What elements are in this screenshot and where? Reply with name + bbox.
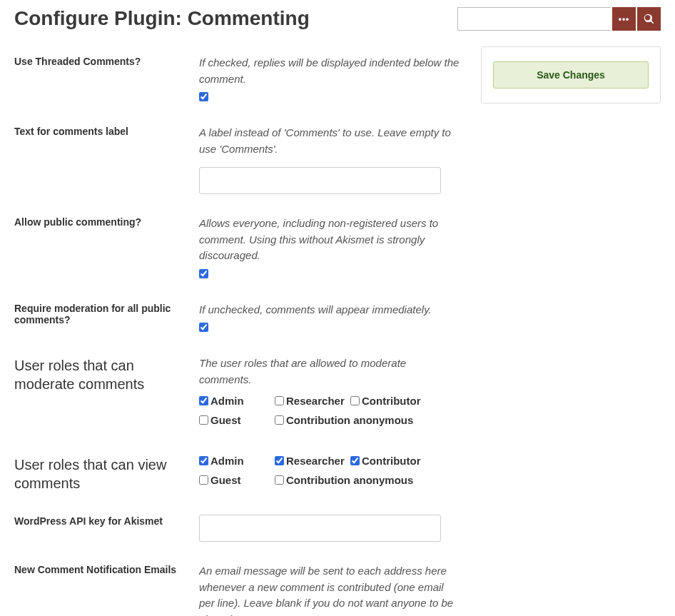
field-require-moderation: Require moderation for all public commen… bbox=[14, 302, 460, 335]
role-label: Contributor bbox=[362, 455, 420, 467]
hint-threaded: If checked, replies will be displayed in… bbox=[199, 55, 460, 87]
role-moderate-guest[interactable]: Guest bbox=[199, 414, 275, 426]
role-label: Contribution anonymous bbox=[286, 414, 413, 426]
role-label: Admin bbox=[210, 455, 244, 467]
checkbox-role[interactable] bbox=[199, 475, 208, 485]
role-label: Guest bbox=[210, 414, 241, 426]
config-form: Use Threaded Comments? If checked, repli… bbox=[14, 39, 481, 616]
role-view-anon[interactable]: Contribution anonymous bbox=[275, 474, 413, 486]
field-text-label: Text for comments label A label instead … bbox=[14, 125, 460, 194]
header-actions: ••• bbox=[457, 7, 661, 31]
role-label: Admin bbox=[210, 395, 244, 407]
checkbox-role[interactable] bbox=[275, 415, 284, 425]
page-title: Configure Plugin: Commenting bbox=[14, 7, 310, 30]
checkbox-role[interactable] bbox=[350, 396, 360, 405]
role-moderate-admin[interactable]: Admin bbox=[199, 395, 275, 407]
field-akismet: WordPress API key for Akismet bbox=[14, 515, 460, 542]
checkbox-role[interactable] bbox=[275, 475, 284, 485]
role-moderate-contributor[interactable]: Contributor bbox=[350, 395, 443, 407]
label-require-moderation: Require moderation for all public commen… bbox=[14, 302, 199, 325]
role-view-contributor[interactable]: Contributor bbox=[350, 455, 443, 467]
label-allow-public: Allow public commenting? bbox=[14, 216, 199, 228]
role-moderate-researcher[interactable]: Researcher bbox=[275, 395, 350, 407]
hint-text-for-comments: A label instead of 'Comments' to use. Le… bbox=[199, 125, 460, 157]
checkbox-role[interactable] bbox=[275, 396, 284, 405]
field-roles-view: User roles that can view comments Admin … bbox=[14, 455, 460, 493]
role-view-researcher[interactable]: Researcher bbox=[275, 455, 350, 467]
label-roles-moderate: User roles that can moderate comments bbox=[14, 355, 199, 393]
checkbox-role[interactable] bbox=[275, 456, 284, 465]
role-label: Guest bbox=[210, 474, 241, 486]
hint-allow-public: Allows everyone, including non-registere… bbox=[199, 216, 460, 264]
checkbox-allow-public[interactable] bbox=[199, 269, 208, 278]
label-notify-emails: New Comment Notification Emails bbox=[14, 563, 199, 575]
checkbox-role[interactable] bbox=[350, 456, 360, 465]
roles-moderate-grid: Admin Researcher Contributor Guest Contr… bbox=[199, 395, 460, 433]
label-roles-view: User roles that can view comments bbox=[14, 455, 199, 493]
search-icon bbox=[644, 14, 654, 24]
hint-require-moderation: If unchecked, comments will appear immed… bbox=[199, 302, 460, 318]
input-akismet-key[interactable] bbox=[199, 515, 441, 542]
role-label: Researcher bbox=[286, 455, 345, 467]
role-label: Contribution anonymous bbox=[286, 474, 413, 486]
roles-view-grid: Admin Researcher Contributor Guest Contr… bbox=[199, 455, 460, 493]
search-button[interactable] bbox=[637, 7, 661, 31]
role-moderate-anon[interactable]: Contribution anonymous bbox=[275, 414, 413, 426]
checkbox-threaded[interactable] bbox=[199, 92, 208, 101]
role-view-admin[interactable]: Admin bbox=[199, 455, 275, 467]
input-text-for-comments[interactable] bbox=[199, 167, 441, 194]
field-allow-public: Allow public commenting? Allows everyone… bbox=[14, 216, 460, 281]
checkbox-role[interactable] bbox=[199, 456, 208, 465]
checkbox-role[interactable] bbox=[199, 396, 208, 405]
more-button[interactable]: ••• bbox=[612, 7, 636, 31]
label-text-for-comments: Text for comments label bbox=[14, 125, 199, 137]
field-roles-moderate: User roles that can moderate comments Th… bbox=[14, 355, 460, 433]
hint-notify-emails: An email message will be sent to each ad… bbox=[199, 563, 460, 616]
ellipsis-icon: ••• bbox=[619, 15, 630, 24]
field-notify-emails: New Comment Notification Emails An email… bbox=[14, 563, 460, 616]
role-label: Researcher bbox=[286, 395, 345, 407]
label-threaded: Use Threaded Comments? bbox=[14, 55, 199, 67]
checkbox-role[interactable] bbox=[199, 415, 208, 425]
label-akismet: WordPress API key for Akismet bbox=[14, 515, 199, 527]
sidebar: Save Changes bbox=[481, 46, 661, 103]
checkbox-require-moderation[interactable] bbox=[199, 323, 208, 332]
field-threaded-comments: Use Threaded Comments? If checked, repli… bbox=[14, 55, 460, 103]
save-button[interactable]: Save Changes bbox=[493, 61, 649, 89]
role-label: Contributor bbox=[362, 395, 420, 407]
hint-roles-moderate: The user roles that are allowed to moder… bbox=[199, 355, 460, 388]
search-input[interactable] bbox=[457, 7, 611, 31]
role-view-guest[interactable]: Guest bbox=[199, 474, 275, 486]
